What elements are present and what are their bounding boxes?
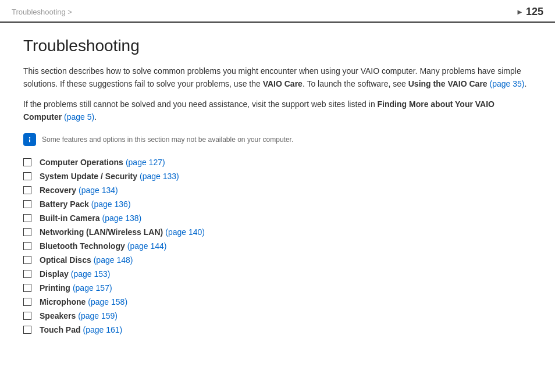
toc-item-label: Computer Operations — [40, 158, 123, 167]
checkbox-icon — [23, 242, 31, 250]
intro2-start: If the problems still cannot be solved a… — [23, 99, 378, 109]
breadcrumb: Troubleshooting > — [12, 8, 72, 16]
toc-item-link[interactable]: (page 144) — [127, 241, 167, 251]
toc-item-label: Touch Pad — [40, 325, 81, 334]
svg-rect-1 — [29, 139, 30, 142]
checkbox-icon — [23, 312, 31, 320]
toc-item-label: Speakers — [40, 311, 76, 320]
toc-item: Networking (LAN/Wireless LAN)(page 140) — [23, 227, 532, 237]
toc-item-link[interactable]: (page 157) — [73, 283, 112, 293]
intro1-link[interactable]: (page 35) — [490, 79, 525, 88]
toc-item-link[interactable]: (page 161) — [83, 325, 123, 334]
toc-item-link[interactable]: (page 136) — [91, 199, 131, 209]
toc-item-link[interactable]: (page 127) — [126, 158, 165, 167]
intro1-bold1: VAIO Care — [263, 79, 303, 88]
toc-item: Display(page 153) — [23, 269, 532, 279]
page-number: 125 — [526, 6, 543, 18]
toc-item: Touch Pad(page 161) — [23, 325, 532, 334]
toc-item-link[interactable]: (page 148) — [94, 255, 133, 265]
intro-paragraph-2: If the problems still cannot be solved a… — [23, 98, 532, 124]
toc-item-label: Display — [40, 269, 69, 279]
toc-item: Bluetooth Technology(page 144) — [23, 241, 532, 251]
main-content: Troubleshooting This section describes h… — [0, 23, 555, 353]
info-icon — [26, 136, 34, 144]
intro1-mid: . To launch the software, see — [303, 79, 408, 88]
toc-item-label: Built-in Camera — [40, 213, 99, 223]
checkbox-icon — [23, 214, 31, 222]
intro1-end: . — [524, 79, 526, 88]
toc-item-label: Optical Discs — [40, 255, 91, 265]
toc-item-label: Microphone — [40, 297, 86, 307]
toc-item-label: Printing — [40, 283, 70, 293]
toc-item-label: Battery Pack — [40, 199, 89, 209]
checkbox-icon — [23, 298, 31, 306]
toc-item: Printing(page 157) — [23, 283, 532, 293]
intro1-bold2: Using the VAIO Care — [408, 79, 488, 88]
toc-item-link[interactable]: (page 133) — [140, 172, 179, 181]
toc-item-link[interactable]: (page 153) — [71, 269, 111, 279]
checkbox-icon — [23, 284, 31, 292]
header-bar: Troubleshooting > ► 125 — [0, 0, 555, 23]
toc-item: System Update / Security(page 133) — [23, 172, 532, 181]
page-title: Troubleshooting — [23, 37, 532, 55]
note-box: Some features and options in this sectio… — [23, 133, 532, 146]
checkbox-icon — [23, 158, 31, 166]
toc-item-link[interactable]: (page 158) — [88, 297, 127, 307]
checkbox-icon — [23, 172, 31, 180]
toc-item: Speakers(page 159) — [23, 311, 532, 320]
toc-item: Microphone(page 158) — [23, 297, 532, 307]
page-number-container: ► 125 — [516, 6, 543, 18]
toc-item: Built-in Camera(page 138) — [23, 213, 532, 223]
toc-item-label: Networking (LAN/Wireless LAN) — [40, 227, 163, 237]
toc-item-label: Bluetooth Technology — [40, 241, 125, 251]
intro2-link[interactable]: (page 5) — [64, 112, 94, 122]
checkbox-icon — [23, 326, 31, 334]
checkbox-icon — [23, 256, 31, 264]
toc-item: Computer Operations(page 127) — [23, 158, 532, 167]
toc-item-link[interactable]: (page 134) — [79, 186, 118, 195]
checkbox-icon — [23, 228, 31, 236]
toc-item-link[interactable]: (page 138) — [102, 213, 141, 223]
toc-item: Optical Discs(page 148) — [23, 255, 532, 265]
toc-item-label: Recovery — [40, 186, 76, 195]
toc-item: Battery Pack(page 136) — [23, 199, 532, 209]
intro-paragraph-1: This section describes how to solve comm… — [23, 65, 532, 91]
page-arrow: ► — [516, 8, 524, 16]
checkbox-icon — [23, 270, 31, 278]
checkbox-icon — [23, 186, 31, 194]
toc-list: Computer Operations(page 127)System Upda… — [23, 158, 532, 334]
intro2-end: . — [94, 112, 97, 122]
toc-item-link[interactable]: (page 140) — [165, 227, 205, 237]
toc-item-link[interactable]: (page 159) — [78, 311, 118, 320]
note-text: Some features and options in this sectio… — [42, 133, 293, 145]
note-icon — [23, 133, 36, 146]
svg-point-0 — [29, 137, 30, 138]
toc-item-label: System Update / Security — [40, 172, 137, 181]
checkbox-icon — [23, 200, 31, 208]
toc-item: Recovery(page 134) — [23, 186, 532, 195]
